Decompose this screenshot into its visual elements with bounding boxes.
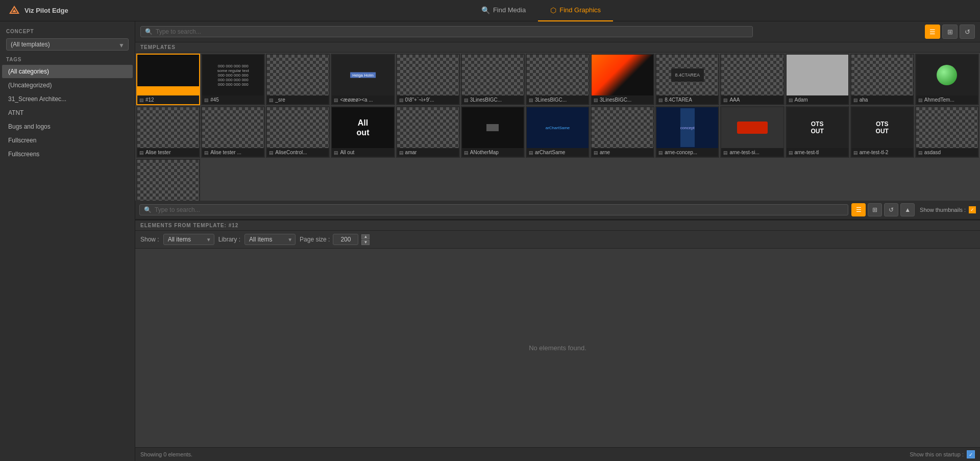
page-size-stepper: ▲ ▼ — [361, 234, 370, 245]
concept-select[interactable]: (All templates) — [6, 38, 129, 51]
template-label-aha: ▤ aha — [851, 95, 913, 104]
template-card-asdasd[interactable]: ▤ asdasd — [915, 106, 979, 158]
show-filter-select[interactable]: All items — [163, 234, 214, 245]
template-icon-12: ▤ — [139, 98, 144, 103]
sidebar-item-fullscreens[interactable]: Fullscreens — [2, 148, 133, 161]
template-card-arnetesttl2[interactable]: OTSOUT ▤ arne-test-tl-2 — [850, 106, 914, 158]
template-card-arnetestsi[interactable]: ▤ arne-test-si... — [720, 106, 784, 158]
tags-list: (All categories) (Uncategorized) 31_Scre… — [0, 65, 135, 161]
template-card-12[interactable]: ▤ #12 — [136, 54, 200, 105]
thumb-bar-aeoae: Helga Holm — [350, 72, 376, 78]
startup-check: Show this on startup : ✓ — [910, 450, 975, 458]
template-card-8ctarea[interactable]: 8.4CTAREA ▤ 8.4CTAREA — [655, 54, 719, 105]
no-elements-text: No elements found. — [529, 344, 586, 352]
template-name-aaa: AAA — [729, 97, 740, 103]
elements-refresh-btn[interactable]: ↺ — [884, 203, 898, 216]
templates-list-view-btn[interactable]: ☰ — [925, 25, 940, 39]
template-card-alise1[interactable]: ▤ Alise tester — [136, 106, 200, 158]
sidebar-item-31screen[interactable]: 31_Screen Architec... — [2, 92, 133, 106]
template-name-aha: aha — [860, 97, 868, 103]
template-card-amar[interactable]: ▤ amar — [396, 106, 460, 158]
library-filter-wrap: All items ▼ — [244, 234, 296, 245]
page-size-input[interactable] — [333, 234, 358, 245]
template-label-3lines1: ▤ 3LinesBIGC... — [462, 95, 524, 104]
template-card-3lines2[interactable]: ▤ 3LinesBIGC... — [526, 54, 590, 105]
template-label-12: ▤ #12 — [137, 95, 199, 104]
template-card-ahmedtem[interactable]: ▤ AhmedTem... — [915, 54, 979, 105]
page-size-decrement[interactable]: ▼ — [361, 240, 370, 245]
template-card-arneconcep[interactable]: concept ▤ arne-concep... — [655, 106, 719, 158]
templates-search-input[interactable] — [156, 28, 748, 35]
template-name-aeoae: <æøæø><a ... — [340, 97, 373, 103]
template-label-arnetestsi: ▤ arne-test-si... — [721, 148, 783, 157]
template-icon-aaa: ▤ — [723, 98, 728, 103]
template-card-arnetesttl[interactable]: OTSOUT ▤ arne-test-tl — [786, 106, 849, 158]
template-card-3lines1[interactable]: ▤ 3LinesBIGC... — [461, 54, 525, 105]
sidebar-item-atnt[interactable]: ATNT — [2, 106, 133, 119]
template-label-amar: ▤ amar — [397, 148, 459, 157]
template-thumb-12 — [137, 55, 199, 95]
sidebar-item-all-categories[interactable]: (All categories) — [2, 65, 133, 78]
template-name-alisecontrol: AliseControl... — [275, 150, 307, 155]
templates-header: 🔍 ☰ ⊞ ↺ — [135, 21, 980, 42]
template-card-45[interactable]: 000 000 000 000 some regular text 000 00… — [201, 54, 265, 105]
elements-search-input[interactable] — [155, 206, 844, 213]
allout-text: Allout — [357, 118, 370, 137]
templates-view-controls: ☰ ⊞ ↺ — [925, 25, 975, 39]
template-card-3lines3[interactable]: ▤ 3LinesBIGC... — [591, 54, 654, 105]
page-size-increment[interactable]: ▲ — [361, 234, 370, 239]
templates-grid-view-btn[interactable]: ⊞ — [942, 25, 958, 39]
template-card-allout[interactable]: Allout ▤ All out — [331, 106, 395, 158]
template-card-0l8[interactable]: ▤ 0\8"+¨¬\+9'... — [396, 54, 460, 105]
templates-refresh-btn[interactable]: ↺ — [960, 25, 975, 39]
template-thumb-0l8 — [397, 55, 459, 95]
showing-count-text: Showing 0 elements. — [140, 451, 192, 457]
template-card-anothermap[interactable]: ▤ ANotherMap — [461, 106, 525, 158]
template-icon-3lines1: ▤ — [464, 98, 469, 103]
elements-list-view-btn[interactable]: ☰ — [851, 203, 866, 216]
template-card-alisecontrol[interactable]: ▤ AliseControl... — [266, 106, 330, 158]
template-card-asdasdasd[interactable]: ▤ asdasdasd — [136, 159, 200, 201]
elements-footer: Showing 0 elements. Show this on startup… — [135, 447, 980, 461]
library-filter-select[interactable]: All items — [244, 234, 296, 245]
elements-collapse-btn[interactable]: ▲ — [900, 203, 915, 216]
template-card-arne[interactable]: ▤ arne — [591, 106, 654, 158]
sidebar-item-bugs-logos[interactable]: Bugs and logos — [2, 120, 133, 133]
concept-section-label: CONCEPT — [0, 27, 135, 36]
template-card-adam[interactable]: ▤ Adam — [786, 54, 849, 105]
sidebar-item-fullscreen[interactable]: Fullscreen — [2, 134, 133, 147]
template-thumb-alise1 — [137, 107, 199, 148]
template-label-45: ▤ #45 — [202, 95, 264, 104]
template-thumb-adam — [787, 55, 848, 95]
template-thumb-alisecontrol — [267, 107, 329, 148]
template-name-arne: arne — [600, 150, 610, 155]
template-icon-ahmedtem: ▤ — [918, 98, 923, 103]
startup-checkbox[interactable]: ✓ — [967, 450, 975, 458]
template-icon-alisecontrol: ▤ — [269, 150, 274, 155]
template-label-arne: ▤ arne — [592, 148, 653, 157]
tab-find-media[interactable]: 🔍 Find Media — [469, 0, 538, 21]
template-label-alise1: ▤ Alise tester — [137, 148, 199, 157]
template-card-aha[interactable]: ▤ aha — [850, 54, 914, 105]
template-thumb-amar — [397, 107, 459, 148]
template-thumb-arnetestsi — [721, 107, 783, 148]
library-filter-label: Library : — [218, 236, 240, 243]
template-icon-arne: ▤ — [594, 150, 598, 155]
elements-grid-view-btn[interactable]: ⊞ — [868, 203, 882, 216]
sidebar-item-uncategorized[interactable]: (Uncategorized) — [2, 79, 133, 92]
tab-find-graphics[interactable]: ⬡ Find Graphics — [538, 0, 613, 21]
template-card-archartsame[interactable]: arChartSame ▤ arChartSame — [526, 106, 590, 158]
template-card-alise2[interactable]: ▤ Alise tester ... — [201, 106, 265, 158]
template-thumb-3lines3 — [592, 55, 653, 95]
show-thumbnails-toggle[interactable]: ✓ — [969, 206, 976, 213]
template-card-aaa[interactable]: ▤ AAA — [720, 54, 784, 105]
template-name-sre: _sre — [275, 97, 285, 103]
template-thumb-asdasd — [916, 107, 978, 148]
template-card-aeoae[interactable]: Helga Holm ▤ <æøæø><a ... — [331, 54, 395, 105]
template-name-arneconcep: arne-concep... — [665, 150, 697, 155]
template-icon-aha: ▤ — [853, 98, 858, 103]
show-filter-wrap: All items ▼ — [163, 234, 214, 245]
template-thumb-sre — [267, 55, 329, 95]
template-grid-container[interactable]: ▤ #12 000 000 000 000 some regular text … — [135, 53, 980, 201]
template-card-sre[interactable]: ▤ _sre — [266, 54, 330, 105]
